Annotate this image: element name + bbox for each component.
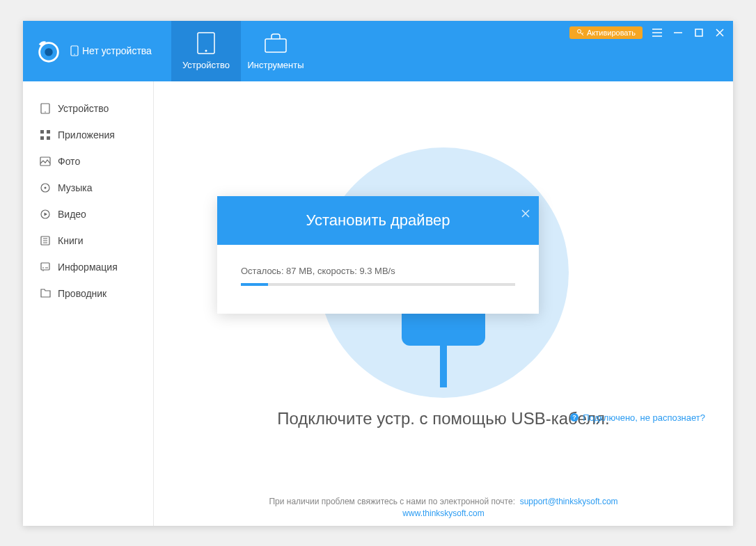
video-icon bbox=[40, 209, 51, 220]
progress-label: Осталось: 87 МВ, скорость: 9.3 MB/s bbox=[241, 266, 515, 276]
app-logo-icon bbox=[36, 38, 62, 64]
sidebar-item-books[interactable]: Книги bbox=[23, 227, 153, 254]
sidebar-item-label: Информация bbox=[58, 262, 118, 273]
phone-icon bbox=[70, 45, 79, 56]
help-link[interactable]: ? Подключено, не распознает? bbox=[569, 412, 705, 423]
website-link[interactable]: www.thinkskysoft.com bbox=[402, 508, 484, 518]
svg-rect-8 bbox=[695, 29, 702, 36]
svg-rect-14 bbox=[47, 136, 50, 140]
tab-tools[interactable]: Инструменты bbox=[241, 21, 310, 81]
sidebar-item-label: Фото bbox=[58, 156, 80, 167]
modal-title: Установить драйвер bbox=[306, 211, 450, 229]
music-icon bbox=[40, 182, 51, 193]
progress-bar bbox=[241, 283, 515, 286]
sidebar-item-label: Проводник bbox=[58, 288, 107, 299]
modal-header: Установить драйвер bbox=[217, 196, 539, 245]
sidebar-item-info[interactable]: Информация bbox=[23, 254, 153, 280]
device-icon bbox=[40, 103, 51, 114]
top-tabs: Устройство Инструменты bbox=[171, 21, 310, 81]
window-controls: Активировать bbox=[569, 26, 726, 39]
sidebar-item-label: Устройство bbox=[58, 103, 109, 114]
svg-point-3 bbox=[74, 54, 75, 55]
sidebar-item-label: Приложения bbox=[58, 129, 115, 140]
maximize-button[interactable] bbox=[693, 26, 705, 39]
device-status-label: Нет устройства bbox=[70, 45, 152, 56]
svg-point-5 bbox=[205, 49, 207, 51]
minimize-button[interactable] bbox=[672, 26, 684, 39]
activate-button[interactable]: Активировать bbox=[569, 26, 643, 39]
support-text: При наличии проблем свяжитесь с нами по … bbox=[154, 497, 733, 506]
modal-close-button[interactable] bbox=[521, 204, 530, 223]
tablet-icon bbox=[195, 32, 217, 54]
close-icon bbox=[716, 29, 724, 37]
app-window: Нет устройства Устройство Инструменты Ак… bbox=[23, 21, 733, 526]
apps-icon bbox=[40, 129, 51, 140]
key-icon bbox=[576, 29, 584, 36]
toolbox-icon bbox=[265, 32, 287, 54]
svg-rect-11 bbox=[40, 130, 44, 134]
svg-rect-20 bbox=[41, 263, 49, 270]
sidebar-item-device[interactable]: Устройство bbox=[23, 95, 153, 122]
svg-rect-12 bbox=[47, 130, 50, 134]
sidebar-item-music[interactable]: Музыка bbox=[23, 175, 153, 201]
tab-device-label: Устройство bbox=[182, 60, 230, 70]
titlebar: Нет устройства Устройство Инструменты Ак… bbox=[23, 21, 733, 81]
sidebar: Устройство Приложения Фото Музыка Видео … bbox=[23, 81, 154, 526]
sidebar-item-label: Видео bbox=[58, 209, 86, 220]
sidebar-item-label: Книги bbox=[58, 235, 84, 246]
svg-rect-6 bbox=[265, 39, 286, 52]
sidebar-item-apps[interactable]: Приложения bbox=[23, 122, 153, 148]
svg-point-17 bbox=[45, 186, 47, 188]
tab-device[interactable]: Устройство bbox=[171, 21, 241, 81]
website-row: www.thinkskysoft.com bbox=[154, 506, 733, 519]
hamburger-icon bbox=[652, 29, 662, 37]
progress-fill bbox=[241, 283, 268, 286]
sidebar-item-label: Музыка bbox=[58, 182, 93, 193]
logo-section: Нет устройства bbox=[23, 21, 171, 81]
sidebar-item-explorer[interactable]: Проводник bbox=[23, 280, 153, 307]
close-icon bbox=[521, 209, 530, 218]
menu-button[interactable] bbox=[651, 26, 663, 39]
install-driver-modal: Установить драйвер Осталось: 87 МВ, скор… bbox=[217, 196, 539, 314]
maximize-icon bbox=[695, 29, 703, 37]
sidebar-item-video[interactable]: Видео bbox=[23, 201, 153, 227]
sidebar-item-photo[interactable]: Фото bbox=[23, 148, 153, 175]
minimize-icon bbox=[674, 29, 682, 37]
info-icon bbox=[40, 262, 51, 273]
close-button[interactable] bbox=[714, 26, 726, 39]
support-email-link[interactable]: support@thinkskysoft.com bbox=[520, 497, 618, 506]
tab-tools-label: Инструменты bbox=[247, 60, 304, 70]
photo-icon bbox=[40, 156, 51, 167]
svg-point-10 bbox=[45, 111, 46, 113]
svg-text:?: ? bbox=[572, 414, 576, 421]
books-icon bbox=[40, 235, 51, 246]
svg-rect-13 bbox=[40, 136, 44, 140]
help-icon: ? bbox=[569, 412, 579, 422]
folder-icon bbox=[40, 288, 51, 299]
modal-body: Осталось: 87 МВ, скорость: 9.3 MB/s bbox=[217, 245, 539, 314]
svg-point-1 bbox=[45, 48, 52, 56]
